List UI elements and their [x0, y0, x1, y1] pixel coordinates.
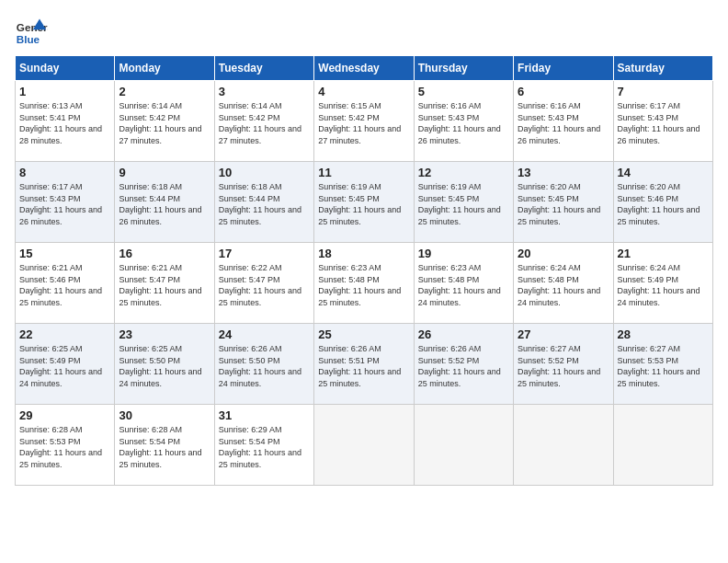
- calendar-week-row: 29 Sunrise: 6:28 AMSunset: 5:53 PMDaylig…: [16, 405, 713, 486]
- day-cell: 24 Sunrise: 6:26 AMSunset: 5:50 PMDaylig…: [214, 324, 313, 405]
- day-number: 10: [219, 166, 310, 179]
- day-cell: 31 Sunrise: 6:29 AMSunset: 5:54 PMDaylig…: [214, 405, 313, 486]
- calendar-table: SundayMondayTuesdayWednesdayThursdayFrid…: [15, 55, 713, 486]
- day-cell: 21 Sunrise: 6:24 AMSunset: 5:49 PMDaylig…: [613, 243, 712, 324]
- col-header-thursday: Thursday: [414, 56, 513, 81]
- day-cell: 22 Sunrise: 6:25 AMSunset: 5:49 PMDaylig…: [16, 324, 115, 405]
- day-number: 25: [318, 327, 409, 341]
- calendar-week-row: 8 Sunrise: 6:17 AMSunset: 5:43 PMDayligh…: [16, 162, 713, 243]
- day-cell: 6 Sunrise: 6:16 AMSunset: 5:43 PMDayligh…: [514, 81, 613, 162]
- day-number: 13: [518, 166, 609, 179]
- day-cell: 19 Sunrise: 6:23 AMSunset: 5:48 PMDaylig…: [414, 243, 513, 324]
- day-info: Sunrise: 6:25 AMSunset: 5:49 PMDaylight:…: [19, 343, 110, 389]
- day-info: Sunrise: 6:24 AMSunset: 5:49 PMDaylight:…: [618, 262, 709, 308]
- day-number: 20: [518, 247, 609, 260]
- day-number: 24: [219, 327, 310, 341]
- day-number: 9: [119, 166, 210, 179]
- day-number: 29: [19, 408, 110, 422]
- logo-icon: General Blue: [15, 15, 48, 48]
- day-info: Sunrise: 6:19 AMSunset: 5:45 PMDaylight:…: [418, 181, 509, 227]
- day-info: Sunrise: 6:22 AMSunset: 5:47 PMDaylight:…: [219, 262, 310, 308]
- day-number: 28: [618, 327, 709, 341]
- day-info: Sunrise: 6:17 AMSunset: 5:43 PMDaylight:…: [618, 100, 709, 146]
- day-number: 23: [119, 327, 210, 341]
- calendar-week-row: 15 Sunrise: 6:21 AMSunset: 5:46 PMDaylig…: [16, 243, 713, 324]
- day-number: 16: [119, 247, 210, 260]
- calendar-header-row: SundayMondayTuesdayWednesdayThursdayFrid…: [16, 56, 713, 81]
- day-cell: 23 Sunrise: 6:25 AMSunset: 5:50 PMDaylig…: [115, 324, 214, 405]
- day-number: 6: [518, 85, 609, 98]
- day-info: Sunrise: 6:24 AMSunset: 5:48 PMDaylight:…: [518, 262, 609, 308]
- day-cell: 14 Sunrise: 6:20 AMSunset: 5:46 PMDaylig…: [613, 162, 712, 243]
- day-cell: 3 Sunrise: 6:14 AMSunset: 5:42 PMDayligh…: [214, 81, 313, 162]
- day-info: Sunrise: 6:21 AMSunset: 5:47 PMDaylight:…: [119, 262, 210, 308]
- day-number: 18: [318, 247, 409, 260]
- day-info: Sunrise: 6:18 AMSunset: 5:44 PMDaylight:…: [219, 181, 310, 227]
- day-number: 5: [418, 85, 509, 98]
- day-number: 12: [418, 166, 509, 179]
- day-info: Sunrise: 6:29 AMSunset: 5:54 PMDaylight:…: [219, 424, 310, 470]
- svg-text:Blue: Blue: [17, 33, 40, 45]
- day-info: Sunrise: 6:26 AMSunset: 5:51 PMDaylight:…: [318, 343, 409, 389]
- day-number: 19: [418, 247, 509, 260]
- day-number: 15: [19, 247, 110, 260]
- day-number: 8: [19, 166, 110, 179]
- day-info: Sunrise: 6:26 AMSunset: 5:50 PMDaylight:…: [219, 343, 310, 389]
- col-header-friday: Friday: [514, 56, 613, 81]
- day-info: Sunrise: 6:14 AMSunset: 5:42 PMDaylight:…: [119, 100, 210, 146]
- logo: General Blue: [15, 15, 48, 48]
- day-number: 22: [19, 327, 110, 341]
- day-cell: 30 Sunrise: 6:28 AMSunset: 5:54 PMDaylig…: [115, 405, 214, 486]
- empty-cell: [414, 405, 513, 486]
- day-number: 14: [618, 166, 709, 179]
- day-cell: 11 Sunrise: 6:19 AMSunset: 5:45 PMDaylig…: [314, 162, 414, 243]
- day-number: 26: [418, 327, 509, 341]
- day-info: Sunrise: 6:23 AMSunset: 5:48 PMDaylight:…: [318, 262, 409, 308]
- empty-cell: [514, 405, 613, 486]
- day-cell: 20 Sunrise: 6:24 AMSunset: 5:48 PMDaylig…: [514, 243, 613, 324]
- day-info: Sunrise: 6:28 AMSunset: 5:54 PMDaylight:…: [119, 424, 210, 470]
- day-number: 3: [219, 85, 310, 98]
- calendar-week-row: 22 Sunrise: 6:25 AMSunset: 5:49 PMDaylig…: [16, 324, 713, 405]
- day-info: Sunrise: 6:16 AMSunset: 5:43 PMDaylight:…: [518, 100, 609, 146]
- day-cell: 15 Sunrise: 6:21 AMSunset: 5:46 PMDaylig…: [16, 243, 115, 324]
- day-cell: 18 Sunrise: 6:23 AMSunset: 5:48 PMDaylig…: [314, 243, 414, 324]
- col-header-wednesday: Wednesday: [314, 56, 414, 81]
- day-info: Sunrise: 6:19 AMSunset: 5:45 PMDaylight:…: [318, 181, 409, 227]
- day-number: 4: [318, 85, 409, 98]
- day-info: Sunrise: 6:26 AMSunset: 5:52 PMDaylight:…: [418, 343, 509, 389]
- col-header-sunday: Sunday: [16, 56, 115, 81]
- day-info: Sunrise: 6:27 AMSunset: 5:52 PMDaylight:…: [518, 343, 609, 389]
- day-number: 21: [618, 247, 709, 260]
- empty-cell: [613, 405, 712, 486]
- day-info: Sunrise: 6:27 AMSunset: 5:53 PMDaylight:…: [618, 343, 709, 389]
- day-info: Sunrise: 6:20 AMSunset: 5:45 PMDaylight:…: [518, 181, 609, 227]
- day-info: Sunrise: 6:18 AMSunset: 5:44 PMDaylight:…: [119, 181, 210, 227]
- calendar-week-row: 1 Sunrise: 6:13 AMSunset: 5:41 PMDayligh…: [16, 81, 713, 162]
- day-number: 11: [318, 166, 409, 179]
- col-header-monday: Monday: [115, 56, 214, 81]
- day-cell: 25 Sunrise: 6:26 AMSunset: 5:51 PMDaylig…: [314, 324, 414, 405]
- day-cell: 26 Sunrise: 6:26 AMSunset: 5:52 PMDaylig…: [414, 324, 513, 405]
- day-info: Sunrise: 6:20 AMSunset: 5:46 PMDaylight:…: [618, 181, 709, 227]
- day-info: Sunrise: 6:15 AMSunset: 5:42 PMDaylight:…: [318, 100, 409, 146]
- day-info: Sunrise: 6:21 AMSunset: 5:46 PMDaylight:…: [19, 262, 110, 308]
- day-cell: 12 Sunrise: 6:19 AMSunset: 5:45 PMDaylig…: [414, 162, 513, 243]
- day-cell: 2 Sunrise: 6:14 AMSunset: 5:42 PMDayligh…: [115, 81, 214, 162]
- day-cell: 17 Sunrise: 6:22 AMSunset: 5:47 PMDaylig…: [214, 243, 313, 324]
- day-info: Sunrise: 6:13 AMSunset: 5:41 PMDaylight:…: [19, 100, 110, 146]
- day-cell: 7 Sunrise: 6:17 AMSunset: 5:43 PMDayligh…: [613, 81, 712, 162]
- day-number: 1: [19, 85, 110, 98]
- day-info: Sunrise: 6:23 AMSunset: 5:48 PMDaylight:…: [418, 262, 509, 308]
- day-cell: 28 Sunrise: 6:27 AMSunset: 5:53 PMDaylig…: [613, 324, 712, 405]
- empty-cell: [314, 405, 414, 486]
- day-number: 27: [518, 327, 609, 341]
- day-info: Sunrise: 6:14 AMSunset: 5:42 PMDaylight:…: [219, 100, 310, 146]
- col-header-saturday: Saturday: [613, 56, 712, 81]
- page-header: General Blue: [15, 15, 713, 48]
- day-cell: 5 Sunrise: 6:16 AMSunset: 5:43 PMDayligh…: [414, 81, 513, 162]
- day-info: Sunrise: 6:16 AMSunset: 5:43 PMDaylight:…: [418, 100, 509, 146]
- day-info: Sunrise: 6:17 AMSunset: 5:43 PMDaylight:…: [19, 181, 110, 227]
- day-cell: 10 Sunrise: 6:18 AMSunset: 5:44 PMDaylig…: [214, 162, 313, 243]
- day-cell: 16 Sunrise: 6:21 AMSunset: 5:47 PMDaylig…: [115, 243, 214, 324]
